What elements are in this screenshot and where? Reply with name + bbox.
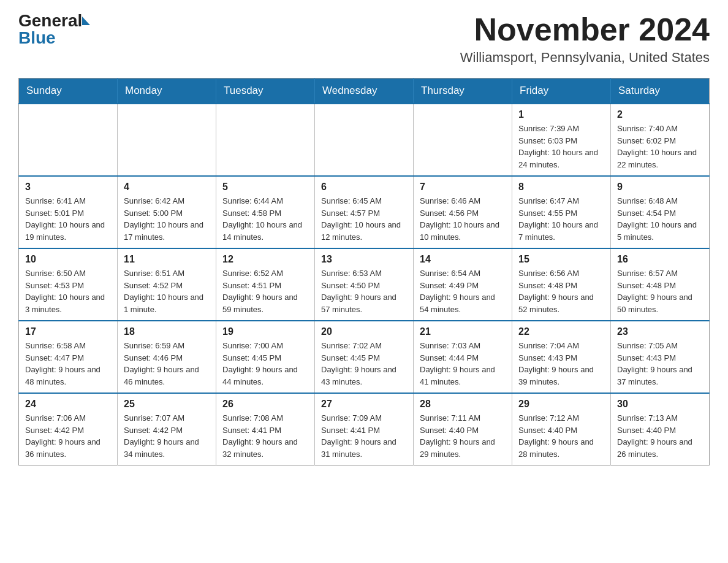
day-info: Sunrise: 7:07 AM Sunset: 4:42 PM Dayligh… <box>124 412 210 460</box>
day-number: 10 <box>25 254 111 265</box>
calendar-header-row: SundayMondayTuesdayWednesdayThursdayFrid… <box>19 79 710 104</box>
calendar-cell: 4Sunrise: 6:42 AM Sunset: 5:00 PM Daylig… <box>118 176 216 248</box>
calendar-cell: 11Sunrise: 6:51 AM Sunset: 4:52 PM Dayli… <box>118 248 216 321</box>
calendar-subtitle: Williamsport, Pennsylvania, United State… <box>460 50 710 66</box>
header-area: General Blue November 2024 Williamsport,… <box>18 12 710 66</box>
day-info: Sunrise: 6:45 AM Sunset: 4:57 PM Dayligh… <box>321 195 407 243</box>
calendar-cell: 16Sunrise: 6:57 AM Sunset: 4:48 PM Dayli… <box>611 248 710 321</box>
calendar-week-row: 10Sunrise: 6:50 AM Sunset: 4:53 PM Dayli… <box>19 248 710 321</box>
day-number: 14 <box>420 254 506 265</box>
day-number: 19 <box>222 326 308 337</box>
day-info: Sunrise: 6:48 AM Sunset: 4:54 PM Dayligh… <box>617 195 703 243</box>
day-number: 2 <box>617 109 703 120</box>
calendar-cell: 17Sunrise: 6:58 AM Sunset: 4:47 PM Dayli… <box>19 321 118 393</box>
calendar-cell: 15Sunrise: 6:56 AM Sunset: 4:48 PM Dayli… <box>512 248 611 321</box>
day-info: Sunrise: 6:41 AM Sunset: 5:01 PM Dayligh… <box>25 195 111 243</box>
calendar-table: SundayMondayTuesdayWednesdayThursdayFrid… <box>18 78 710 465</box>
day-number: 30 <box>617 399 703 410</box>
day-info: Sunrise: 7:00 AM Sunset: 4:45 PM Dayligh… <box>222 340 308 388</box>
day-number: 28 <box>420 399 506 410</box>
day-info: Sunrise: 6:56 AM Sunset: 4:48 PM Dayligh… <box>518 267 604 315</box>
calendar-cell: 23Sunrise: 7:05 AM Sunset: 4:43 PM Dayli… <box>611 321 710 393</box>
calendar-cell: 14Sunrise: 6:54 AM Sunset: 4:49 PM Dayli… <box>414 248 512 321</box>
day-number: 9 <box>617 182 703 193</box>
day-number: 26 <box>222 399 308 410</box>
day-number: 23 <box>617 326 703 337</box>
title-area: November 2024 Williamsport, Pennsylvania… <box>460 12 710 66</box>
calendar-cell <box>216 104 315 176</box>
calendar-title: November 2024 <box>460 12 710 47</box>
day-info: Sunrise: 7:03 AM Sunset: 4:44 PM Dayligh… <box>420 340 506 388</box>
day-info: Sunrise: 6:46 AM Sunset: 4:56 PM Dayligh… <box>420 195 506 243</box>
calendar-cell: 25Sunrise: 7:07 AM Sunset: 4:42 PM Dayli… <box>118 393 216 465</box>
day-info: Sunrise: 7:09 AM Sunset: 4:41 PM Dayligh… <box>321 412 407 460</box>
calendar-cell: 28Sunrise: 7:11 AM Sunset: 4:40 PM Dayli… <box>414 393 512 465</box>
calendar-cell: 9Sunrise: 6:48 AM Sunset: 4:54 PM Daylig… <box>611 176 710 248</box>
logo-blue-text: Blue <box>18 29 56 47</box>
calendar-cell: 8Sunrise: 6:47 AM Sunset: 4:55 PM Daylig… <box>512 176 611 248</box>
calendar-week-row: 1Sunrise: 7:39 AM Sunset: 6:03 PM Daylig… <box>19 104 710 176</box>
day-info: Sunrise: 6:59 AM Sunset: 4:46 PM Dayligh… <box>124 340 210 388</box>
day-number: 13 <box>321 254 407 265</box>
day-info: Sunrise: 6:42 AM Sunset: 5:00 PM Dayligh… <box>124 195 210 243</box>
day-info: Sunrise: 7:40 AM Sunset: 6:02 PM Dayligh… <box>617 123 703 170</box>
day-number: 11 <box>124 254 210 265</box>
calendar-cell: 2Sunrise: 7:40 AM Sunset: 6:02 PM Daylig… <box>611 104 710 176</box>
day-info: Sunrise: 7:11 AM Sunset: 4:40 PM Dayligh… <box>420 412 506 460</box>
day-number: 4 <box>124 182 210 193</box>
header-cell-friday: Friday <box>512 79 611 104</box>
calendar-cell <box>118 104 216 176</box>
day-number: 25 <box>124 399 210 410</box>
calendar-week-row: 24Sunrise: 7:06 AM Sunset: 4:42 PM Dayli… <box>19 393 710 465</box>
day-info: Sunrise: 7:04 AM Sunset: 4:43 PM Dayligh… <box>518 340 604 388</box>
day-number: 16 <box>617 254 703 265</box>
header-cell-thursday: Thursday <box>414 79 512 104</box>
day-info: Sunrise: 6:57 AM Sunset: 4:48 PM Dayligh… <box>617 267 703 315</box>
logo-general-text: General <box>18 12 82 29</box>
day-info: Sunrise: 7:39 AM Sunset: 6:03 PM Dayligh… <box>518 123 604 170</box>
day-info: Sunrise: 7:05 AM Sunset: 4:43 PM Dayligh… <box>617 340 703 388</box>
calendar-cell: 26Sunrise: 7:08 AM Sunset: 4:41 PM Dayli… <box>216 393 315 465</box>
logo-triangle-icon <box>82 17 90 25</box>
calendar-cell <box>315 104 414 176</box>
calendar-cell: 22Sunrise: 7:04 AM Sunset: 4:43 PM Dayli… <box>512 321 611 393</box>
day-number: 24 <box>25 399 111 410</box>
day-info: Sunrise: 6:47 AM Sunset: 4:55 PM Dayligh… <box>518 195 604 243</box>
calendar-cell: 20Sunrise: 7:02 AM Sunset: 4:45 PM Dayli… <box>315 321 414 393</box>
day-info: Sunrise: 7:13 AM Sunset: 4:40 PM Dayligh… <box>617 412 703 460</box>
day-number: 18 <box>124 326 210 337</box>
day-number: 27 <box>321 399 407 410</box>
day-number: 20 <box>321 326 407 337</box>
day-number: 22 <box>518 326 604 337</box>
day-info: Sunrise: 7:08 AM Sunset: 4:41 PM Dayligh… <box>222 412 308 460</box>
calendar-cell: 6Sunrise: 6:45 AM Sunset: 4:57 PM Daylig… <box>315 176 414 248</box>
day-info: Sunrise: 6:54 AM Sunset: 4:49 PM Dayligh… <box>420 267 506 315</box>
day-number: 7 <box>420 182 506 193</box>
calendar-cell <box>414 104 512 176</box>
calendar-cell: 18Sunrise: 6:59 AM Sunset: 4:46 PM Dayli… <box>118 321 216 393</box>
day-info: Sunrise: 6:50 AM Sunset: 4:53 PM Dayligh… <box>25 267 111 315</box>
day-number: 15 <box>518 254 604 265</box>
calendar-cell: 5Sunrise: 6:44 AM Sunset: 4:58 PM Daylig… <box>216 176 315 248</box>
day-info: Sunrise: 6:58 AM Sunset: 4:47 PM Dayligh… <box>25 340 111 388</box>
calendar-cell: 7Sunrise: 6:46 AM Sunset: 4:56 PM Daylig… <box>414 176 512 248</box>
calendar-week-row: 3Sunrise: 6:41 AM Sunset: 5:01 PM Daylig… <box>19 176 710 248</box>
calendar-cell: 12Sunrise: 6:52 AM Sunset: 4:51 PM Dayli… <box>216 248 315 321</box>
calendar-cell <box>19 104 118 176</box>
calendar-cell: 10Sunrise: 6:50 AM Sunset: 4:53 PM Dayli… <box>19 248 118 321</box>
calendar-week-row: 17Sunrise: 6:58 AM Sunset: 4:47 PM Dayli… <box>19 321 710 393</box>
day-info: Sunrise: 6:44 AM Sunset: 4:58 PM Dayligh… <box>222 195 308 243</box>
day-number: 17 <box>25 326 111 337</box>
calendar-cell: 27Sunrise: 7:09 AM Sunset: 4:41 PM Dayli… <box>315 393 414 465</box>
day-info: Sunrise: 6:52 AM Sunset: 4:51 PM Dayligh… <box>222 267 308 315</box>
header-cell-saturday: Saturday <box>611 79 710 104</box>
calendar-cell: 24Sunrise: 7:06 AM Sunset: 4:42 PM Dayli… <box>19 393 118 465</box>
calendar-cell: 21Sunrise: 7:03 AM Sunset: 4:44 PM Dayli… <box>414 321 512 393</box>
header-cell-sunday: Sunday <box>19 79 118 104</box>
calendar-cell: 1Sunrise: 7:39 AM Sunset: 6:03 PM Daylig… <box>512 104 611 176</box>
calendar-cell: 13Sunrise: 6:53 AM Sunset: 4:50 PM Dayli… <box>315 248 414 321</box>
day-number: 1 <box>518 109 604 120</box>
day-number: 3 <box>25 182 111 193</box>
day-number: 12 <box>222 254 308 265</box>
day-number: 21 <box>420 326 506 337</box>
